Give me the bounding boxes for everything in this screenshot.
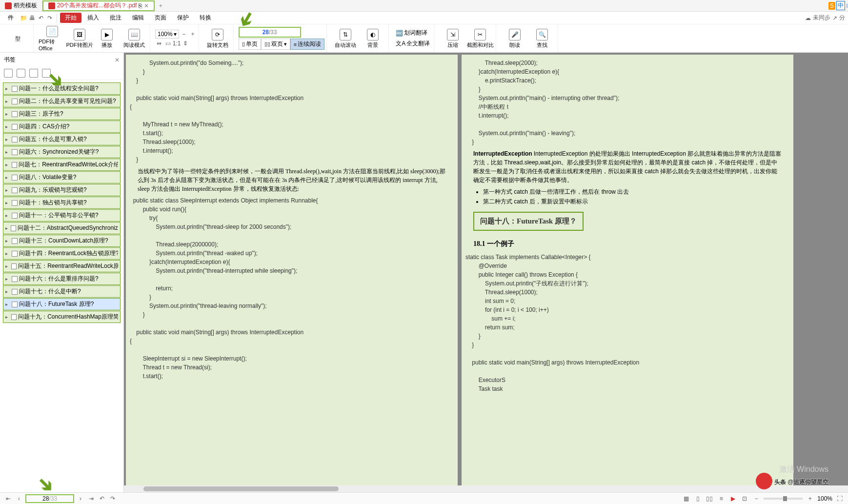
bookmark-item[interactable]: ▸问题十五：ReentrantReadWriteLock原理? [3, 260, 121, 272]
rotate-button[interactable]: ⟳旋转文档 [204, 26, 231, 51]
horizontal-scrollbar[interactable] [124, 485, 848, 492]
prev-page-button[interactable]: ‹ [15, 494, 23, 503]
zoom-in-status[interactable]: + [806, 494, 814, 503]
bookmark-item[interactable]: ▸问题十：独占锁与共享锁? [3, 197, 121, 209]
compress-button[interactable]: ⇲压缩 [439, 26, 466, 51]
full-translate-button[interactable]: 文A 全文翻译 [394, 39, 432, 49]
view-double-icon[interactable]: ▯▯ [705, 494, 714, 503]
expand-icon[interactable]: ▸ [5, 251, 10, 256]
expand-icon[interactable]: ▸ [5, 175, 10, 180]
ribbon-protect[interactable]: 保护 [172, 13, 194, 23]
new-tab-button[interactable]: + [155, 2, 166, 9]
expand-icon[interactable]: ▸ [5, 238, 10, 243]
ribbon-review[interactable]: 批注 [105, 13, 126, 23]
ribbon-start[interactable]: 开始 [60, 13, 81, 23]
bookmark-item[interactable]: ▸问题十六：什么是重排序问题? [3, 273, 121, 285]
expand-icon[interactable]: ▸ [5, 124, 10, 129]
expand-icon[interactable]: ▸ [5, 213, 10, 218]
auto-scroll-button[interactable]: ⇅自动滚动 [332, 26, 359, 51]
single-page-button[interactable]: ▯ 单页 [239, 39, 261, 50]
view-continuous-icon[interactable]: ≡ [717, 494, 726, 503]
undo-icon[interactable]: ↶ [37, 14, 45, 22]
bookmark-item[interactable]: ▸问题十七：什么是中断? [3, 285, 121, 298]
expand-icon[interactable]: ▸ [5, 314, 10, 320]
expand-icon[interactable]: ▸ [5, 200, 10, 205]
delete-bookmark-icon[interactable] [17, 69, 25, 78]
expand-icon[interactable]: ▸ [5, 302, 10, 307]
word-translate-button[interactable]: 🔤 划词翻译 [394, 28, 429, 39]
background-button[interactable]: ◐背景 [359, 26, 386, 51]
open-icon[interactable]: 📁 [20, 14, 27, 22]
expand-icon[interactable]: ▸ [5, 111, 10, 117]
share-icon[interactable]: ↗ [832, 15, 837, 21]
crop-button[interactable]: ✂截图和对比 [466, 26, 494, 51]
fit-height-icon[interactable]: ⇕ [182, 40, 189, 47]
expand-icon[interactable]: ▸ [5, 86, 10, 91]
tab-pdf-active[interactable]: 20个高并发编程...都会吗？.pdf⎘✕ [42, 0, 155, 11]
first-page-button[interactable]: ⇤ [4, 494, 13, 503]
page-input-bottom[interactable]: 28/33 [25, 494, 74, 503]
bookmark-item[interactable]: ▸问题五：什么是可重入锁? [3, 133, 121, 145]
tab-pin-icon[interactable]: ⎘ [139, 2, 142, 9]
bookmark-item[interactable]: ▸问题四：CAS介绍? [3, 121, 121, 133]
find-button[interactable]: 🔍查找 [528, 26, 556, 51]
double-page-button[interactable]: ▯▯ 双页▾ [261, 39, 290, 50]
nav-fwd-button[interactable]: ↷ [108, 494, 117, 503]
pdf-to-image-button[interactable]: 🖼PDF转图片 [66, 26, 93, 51]
close-sidebar-icon[interactable]: ✕ [115, 57, 120, 63]
add-bookmark-icon[interactable] [4, 69, 13, 78]
collapse-bookmark-icon[interactable] [42, 69, 51, 78]
bookmark-item[interactable]: ▸问题三：原子性? [3, 108, 121, 120]
speak-button[interactable]: 🎤朗读 [501, 26, 528, 51]
file-menu[interactable]: 件 [3, 13, 19, 23]
expand-icon[interactable]: ▸ [5, 289, 10, 294]
read-mode-button[interactable]: 📖阅读模式 [121, 26, 148, 51]
bookmark-item[interactable]: ▸问题八：Volatile变量? [3, 171, 121, 183]
expand-icon[interactable]: ▸ [5, 225, 9, 231]
ribbon-insert[interactable]: 插入 [82, 13, 104, 23]
fit-icon[interactable]: ⊡ [740, 494, 749, 503]
zoom-in-icon[interactable]: ＋ [189, 30, 197, 38]
fit-page-icon[interactable]: ▭ [164, 40, 172, 47]
play-button[interactable]: ▶播放 [93, 26, 121, 51]
expand-bookmark-icon[interactable] [29, 69, 38, 78]
bookmark-item[interactable]: ▸问题七：ReentrantReadWriteLock介绍? [3, 159, 121, 171]
bookmark-item[interactable]: ▸问题二：什么是共享变量可见性问题? [3, 95, 121, 107]
scrollbar-thumb[interactable] [143, 486, 339, 491]
bookmark-item[interactable]: ▸问题一：什么是线程安全问题? [3, 82, 121, 95]
ribbon-edit[interactable]: 编辑 [127, 13, 149, 23]
expand-icon[interactable]: ▸ [5, 99, 10, 104]
cloud-icon[interactable]: ☁ [805, 15, 811, 21]
bookmark-item[interactable]: ▸问题十三：CountDownLatch原理? [3, 235, 121, 247]
document-viewport[interactable]: System.out.println("do Someing...."); } … [124, 53, 848, 492]
expand-icon[interactable]: ▸ [5, 137, 10, 142]
expand-icon[interactable]: ▸ [5, 276, 10, 282]
close-icon[interactable]: ✕ [144, 2, 149, 9]
ime-menu-icon[interactable]: ⁞ [846, 2, 848, 9]
bookmark-item[interactable]: ▸问题十九：ConcurrentHashMap原理简述? [3, 311, 121, 323]
ribbon-convert[interactable]: 转换 [195, 13, 216, 23]
type-button[interactable]: 型 [4, 26, 31, 51]
zoom-slider[interactable] [764, 498, 803, 500]
view-read-icon[interactable]: ▶ [728, 494, 737, 503]
bookmark-item[interactable]: ▸问题十一：公平锁与非公平锁? [3, 209, 121, 222]
bookmark-item[interactable]: ▸问题十四：ReentrantLock独占锁原理? [3, 247, 121, 260]
nav-back-button[interactable]: ↶ [98, 494, 106, 503]
expand-icon[interactable]: ▸ [5, 149, 10, 155]
ribbon-page[interactable]: 页面 [150, 13, 171, 23]
tab-template[interactable]: 稻壳模板 [0, 0, 42, 11]
expand-icon[interactable]: ▸ [5, 187, 10, 193]
expand-icon[interactable]: ▸ [5, 162, 10, 167]
bookmark-item[interactable]: ▸问题九：乐观锁与悲观锁? [3, 184, 121, 196]
fullscreen-icon[interactable]: ⛶ [835, 494, 844, 503]
continuous-button[interactable]: ≡ 连续阅读 [290, 39, 324, 50]
last-page-button[interactable]: ⇥ [87, 494, 96, 503]
page-number-input[interactable]: 28/33 [239, 27, 301, 38]
pdf-to-office-button[interactable]: 📄PDF转Office [39, 26, 66, 51]
zoom-out-status[interactable]: − [752, 494, 761, 503]
bookmark-item[interactable]: ▸问题六：Synchronized关键字? [3, 146, 121, 158]
zoom-select[interactable]: 100% ▾ [155, 30, 179, 39]
bookmark-item[interactable]: ▸问题十八：FutureTask 原理? [3, 298, 121, 310]
view-thumb-icon[interactable]: ▦ [682, 494, 690, 503]
next-page-button[interactable]: › [76, 494, 85, 503]
